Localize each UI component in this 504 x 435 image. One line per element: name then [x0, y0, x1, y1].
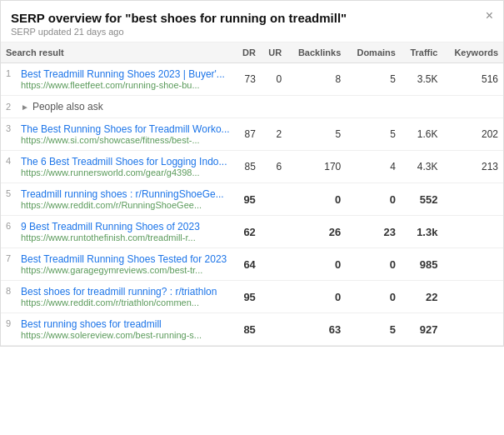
- result-cell: 8 Best shoes for treadmill running? : r/…: [1, 281, 235, 313]
- row-number: 4: [6, 156, 17, 166]
- table-row: 4 The 6 Best Treadmill Shoes for Logging…: [1, 151, 503, 183]
- backlinks-cell: 170: [287, 151, 346, 183]
- result-title-link[interactable]: Best running shoes for treadmill: [21, 318, 230, 330]
- result-url: https://www.solereview.com/best-running-…: [21, 330, 230, 340]
- traffic-cell: 3.5K: [401, 63, 443, 96]
- traffic-cell: 22: [401, 281, 443, 313]
- keywords-cell: 516: [442, 63, 503, 96]
- table-header-row: Search result DR UR Backlinks Domains Tr…: [1, 42, 503, 63]
- keywords-cell: [442, 183, 503, 216]
- backlinks-cell: 0: [287, 281, 346, 313]
- table-row: 9 Best running shoes for treadmill https…: [1, 313, 503, 346]
- table-row: 6 9 Best Treadmill Running Shoes of 2023…: [1, 216, 503, 248]
- col-header-backlinks: Backlinks: [287, 42, 346, 63]
- ur-cell: [261, 281, 287, 313]
- people-also-ask-cell: 2 ► People also ask: [1, 96, 503, 118]
- traffic-cell: 1.6K: [401, 118, 443, 151]
- dr-cell: 85: [235, 313, 261, 346]
- result-url: https://www.runtothefinish.com/treadmill…: [21, 232, 230, 242]
- result-title-link[interactable]: Best Treadmill Running Shoes Tested for …: [21, 253, 230, 265]
- table-row: 7 Best Treadmill Running Shoes Tested fo…: [1, 248, 503, 281]
- backlinks-cell: 0: [287, 183, 346, 216]
- keywords-cell: 213: [442, 151, 503, 183]
- table-row: 5 Treadmill running shoes : r/RunningSho…: [1, 183, 503, 216]
- table-body: 1 Best Treadmill Running Shoes 2023 | Bu…: [1, 63, 503, 346]
- table-row: 3 The Best Running Shoes for Treadmill W…: [1, 118, 503, 151]
- dr-cell: 87: [235, 118, 261, 151]
- panel-title: SERP overview for "best shoes for runnin…: [11, 11, 473, 25]
- domains-cell: 5: [346, 63, 401, 96]
- result-url: https://www.si.com/showcase/fitness/best…: [21, 135, 230, 145]
- traffic-cell: 927: [401, 313, 443, 346]
- backlinks-cell: 26: [287, 216, 346, 248]
- row-number: 5: [6, 188, 17, 198]
- ur-cell: 2: [261, 118, 287, 151]
- ur-cell: 0: [261, 63, 287, 96]
- row-number: 3: [6, 123, 17, 133]
- ur-cell: [261, 216, 287, 248]
- domains-cell: 0: [346, 281, 401, 313]
- domains-cell: 4: [346, 151, 401, 183]
- serp-table: Search result DR UR Backlinks Domains Tr…: [1, 42, 503, 346]
- keywords-cell: [442, 313, 503, 346]
- close-button[interactable]: ×: [486, 9, 493, 22]
- result-title-link[interactable]: Best shoes for treadmill running? : r/tr…: [21, 286, 230, 298]
- row-number: 2: [6, 102, 17, 112]
- col-header-ur: UR: [261, 42, 287, 63]
- result-cell: 1 Best Treadmill Running Shoes 2023 | Bu…: [1, 63, 235, 96]
- panel-subtitle: SERP updated 21 days ago: [11, 27, 473, 37]
- result-title-link[interactable]: The Best Running Shoes for Treadmill Wor…: [21, 123, 230, 135]
- row-number: 8: [6, 286, 17, 296]
- traffic-cell: 1.3k: [401, 216, 443, 248]
- ur-cell: 6: [261, 151, 287, 183]
- result-url: https://www.reddit.com/r/triathlon/comme…: [21, 298, 230, 308]
- result-title-link[interactable]: Treadmill running shoes : r/RunningShoeG…: [21, 188, 230, 200]
- table-row: 8 Best shoes for treadmill running? : r/…: [1, 281, 503, 313]
- result-cell: 5 Treadmill running shoes : r/RunningSho…: [1, 183, 235, 216]
- table-row: 2 ► People also ask: [1, 96, 503, 118]
- result-title-link[interactable]: The 6 Best Treadmill Shoes for Logging I…: [21, 156, 230, 168]
- table-row: 1 Best Treadmill Running Shoes 2023 | Bu…: [1, 63, 503, 96]
- result-cell: 6 9 Best Treadmill Running Shoes of 2023…: [1, 216, 235, 248]
- panel-header: SERP overview for "best shoes for runnin…: [1, 1, 503, 42]
- dr-cell: 95: [235, 281, 261, 313]
- serp-overview-panel: SERP overview for "best shoes for runnin…: [0, 0, 504, 347]
- dr-cell: 95: [235, 183, 261, 216]
- dr-cell: 73: [235, 63, 261, 96]
- traffic-cell: 552: [401, 183, 443, 216]
- backlinks-cell: 5: [287, 118, 346, 151]
- row-number: 6: [6, 221, 17, 231]
- result-url: https://www.runnersworld.com/gear/g4398.…: [21, 168, 230, 178]
- dr-cell: 62: [235, 216, 261, 248]
- people-also-ask-label: People also ask: [32, 101, 103, 112]
- result-title-link[interactable]: 9 Best Treadmill Running Shoes of 2023: [21, 221, 230, 232]
- dr-cell: 64: [235, 248, 261, 281]
- col-header-dr: DR: [235, 42, 261, 63]
- chevron-right-icon: ►: [21, 102, 29, 112]
- result-cell: 4 The 6 Best Treadmill Shoes for Logging…: [1, 151, 235, 183]
- result-title-link[interactable]: Best Treadmill Running Shoes 2023 | Buye…: [21, 68, 230, 80]
- keywords-cell: [442, 216, 503, 248]
- traffic-cell: 985: [401, 248, 443, 281]
- col-header-domains: Domains: [346, 42, 401, 63]
- result-cell: 7 Best Treadmill Running Shoes Tested fo…: [1, 248, 235, 281]
- domains-cell: 5: [346, 118, 401, 151]
- domains-cell: 5: [346, 313, 401, 346]
- backlinks-cell: 0: [287, 248, 346, 281]
- result-cell: 9 Best running shoes for treadmill https…: [1, 313, 235, 346]
- ur-cell: [261, 313, 287, 346]
- ur-cell: [261, 183, 287, 216]
- result-url: https://www.garagegymreviews.com/best-tr…: [21, 265, 230, 275]
- backlinks-cell: 63: [287, 313, 346, 346]
- row-number: 1: [6, 68, 17, 78]
- domains-cell: 0: [346, 248, 401, 281]
- result-url: https://www.fleetfeet.com/running-shoe-b…: [21, 80, 230, 90]
- domains-cell: 0: [346, 183, 401, 216]
- traffic-cell: 4.3K: [401, 151, 443, 183]
- col-header-keywords: Keywords: [442, 42, 503, 63]
- ur-cell: [261, 248, 287, 281]
- col-header-result: Search result: [1, 42, 235, 63]
- keywords-cell: [442, 248, 503, 281]
- keywords-cell: 202: [442, 118, 503, 151]
- result-cell: 3 The Best Running Shoes for Treadmill W…: [1, 118, 235, 151]
